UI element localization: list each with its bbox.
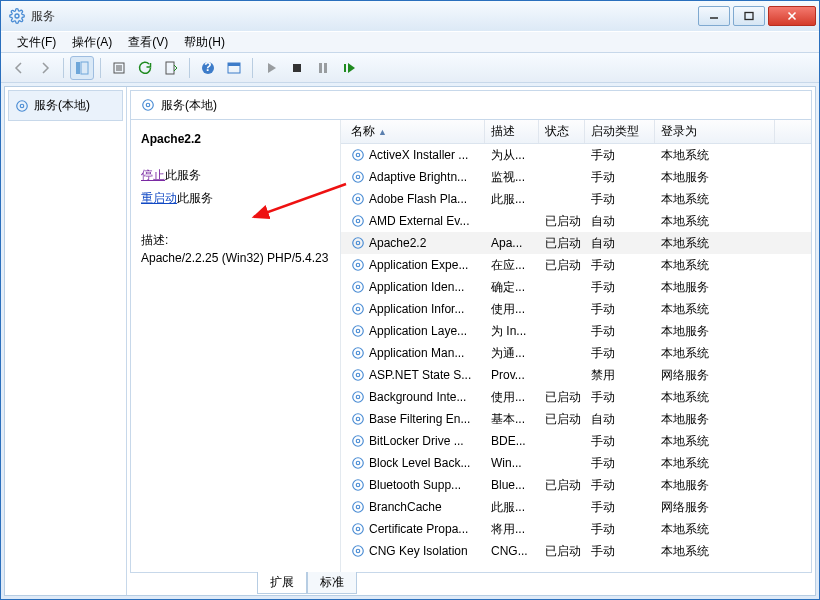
cell-startup: 手动: [585, 499, 655, 516]
table-row[interactable]: Background Inte...使用...已启动手动本地系统: [341, 386, 811, 408]
col-logon[interactable]: 登录为: [655, 120, 775, 143]
table-row[interactable]: Application Man...为通...手动本地系统: [341, 342, 811, 364]
cell-name: ASP.NET State S...: [345, 368, 485, 382]
stop-service-button[interactable]: [285, 56, 309, 80]
svg-rect-2: [745, 13, 753, 20]
cell-startup: 手动: [585, 323, 655, 340]
restart-service-button[interactable]: [337, 56, 361, 80]
svg-point-41: [353, 326, 364, 337]
gear-icon: [9, 8, 25, 24]
restart-suffix: 此服务: [177, 191, 213, 205]
col-desc[interactable]: 描述: [485, 120, 539, 143]
table-row[interactable]: Block Level Back...Win...手动本地系统: [341, 452, 811, 474]
cell-status: 已启动: [539, 543, 585, 560]
refresh-button[interactable]: [133, 56, 157, 80]
table-row[interactable]: CNG Key IsolationCNG...已启动手动本地系统: [341, 540, 811, 562]
col-name[interactable]: 名称▲: [345, 120, 485, 143]
start-service-button[interactable]: [259, 56, 283, 80]
cell-name: Adobe Flash Pla...: [345, 192, 485, 206]
table-row[interactable]: ASP.NET State S...Prov...禁用网络服务: [341, 364, 811, 386]
cell-startup: 手动: [585, 147, 655, 164]
forward-button[interactable]: [33, 56, 57, 80]
gear-icon: [351, 522, 365, 536]
cell-startup: 手动: [585, 257, 655, 274]
help-button[interactable]: ?: [196, 56, 220, 80]
svg-point-57: [353, 502, 364, 513]
tab-standard[interactable]: 标准: [307, 572, 357, 594]
svg-rect-15: [228, 63, 240, 66]
cell-status: 已启动: [539, 257, 585, 274]
table-row[interactable]: AMD External Ev...已启动自动本地系统: [341, 210, 811, 232]
svg-rect-17: [319, 63, 322, 73]
svg-point-47: [353, 392, 364, 403]
tab-extended[interactable]: 扩展: [257, 572, 307, 594]
titlebar[interactable]: 服务: [1, 1, 819, 31]
cell-logon: 网络服务: [655, 367, 775, 384]
back-button[interactable]: [7, 56, 31, 80]
close-button[interactable]: [768, 6, 816, 26]
pause-service-button[interactable]: [311, 56, 335, 80]
table-row[interactable]: Application Expe...在应...已启动手动本地系统: [341, 254, 811, 276]
cell-desc: 为 In...: [485, 323, 539, 340]
minimize-button[interactable]: [698, 6, 730, 26]
menu-help[interactable]: 帮助(H): [176, 32, 233, 53]
svg-point-32: [356, 241, 360, 245]
cell-logon: 本地系统: [655, 301, 775, 318]
toolbar: ?: [1, 53, 819, 83]
cell-desc: 此服...: [485, 191, 539, 208]
cell-startup: 自动: [585, 235, 655, 252]
cell-logon: 本地系统: [655, 543, 775, 560]
menu-file[interactable]: 文件(F): [9, 32, 64, 53]
restart-link[interactable]: 重启动: [141, 191, 177, 205]
svg-point-0: [15, 14, 19, 18]
table-row[interactable]: ActiveX Installer ...为从...手动本地系统: [341, 144, 811, 166]
cell-logon: 本地系统: [655, 257, 775, 274]
col-status[interactable]: 状态: [539, 120, 585, 143]
table-row[interactable]: Certificate Propa...将用...手动本地系统: [341, 518, 811, 540]
cell-status: 已启动: [539, 235, 585, 252]
table-row[interactable]: Base Filtering En...基本...已启动自动本地服务: [341, 408, 811, 430]
export-list-button[interactable]: [159, 56, 183, 80]
table-row[interactable]: Adobe Flash Pla...此服...手动本地系统: [341, 188, 811, 210]
properties-button[interactable]: [107, 56, 131, 80]
svg-point-34: [356, 263, 360, 267]
table-row[interactable]: Adaptive Brightn...监视...手动本地服务: [341, 166, 811, 188]
cell-desc: Apa...: [485, 236, 539, 250]
maximize-button[interactable]: [733, 6, 765, 26]
cell-desc: 基本...: [485, 411, 539, 428]
table-row[interactable]: BitLocker Drive ...BDE...手动本地系统: [341, 430, 811, 452]
table-row[interactable]: Apache2.2Apa...已启动自动本地系统: [341, 232, 811, 254]
svg-point-29: [353, 194, 364, 205]
cell-startup: 手动: [585, 389, 655, 406]
cell-name: CNG Key Isolation: [345, 544, 485, 558]
menu-view[interactable]: 查看(V): [120, 32, 176, 53]
svg-point-59: [353, 524, 364, 535]
menu-action[interactable]: 操作(A): [64, 32, 120, 53]
table-row[interactable]: BranchCache此服...手动网络服务: [341, 496, 811, 518]
rows-container[interactable]: ActiveX Installer ...为从...手动本地系统Adaptive…: [341, 144, 811, 572]
pane-header: 服务(本地): [130, 90, 812, 120]
svg-point-43: [353, 348, 364, 359]
col-startup[interactable]: 启动类型: [585, 120, 655, 143]
table-row[interactable]: Application Infor...使用...手动本地系统: [341, 298, 811, 320]
svg-point-61: [353, 546, 364, 557]
cell-name: BitLocker Drive ...: [345, 434, 485, 448]
table-row[interactable]: Application Iden...确定...手动本地服务: [341, 276, 811, 298]
cell-startup: 手动: [585, 169, 655, 186]
table-row[interactable]: Application Laye...为 In...手动本地服务: [341, 320, 811, 342]
tree-root-label: 服务(本地): [34, 97, 90, 114]
dialog-button[interactable]: [222, 56, 246, 80]
svg-point-54: [356, 483, 360, 487]
cell-name: AMD External Ev...: [345, 214, 485, 228]
svg-point-50: [356, 439, 360, 443]
cell-name: BranchCache: [345, 500, 485, 514]
svg-point-26: [356, 175, 360, 179]
cell-status: 已启动: [539, 389, 585, 406]
show-hide-tree-button[interactable]: [70, 56, 94, 80]
stop-link[interactable]: 停止: [141, 168, 165, 182]
gear-icon: [351, 236, 365, 250]
gear-icon: [351, 500, 365, 514]
svg-point-48: [356, 417, 360, 421]
tree-root-item[interactable]: 服务(本地): [8, 90, 123, 121]
table-row[interactable]: Bluetooth Supp...Blue...已启动手动本地服务: [341, 474, 811, 496]
